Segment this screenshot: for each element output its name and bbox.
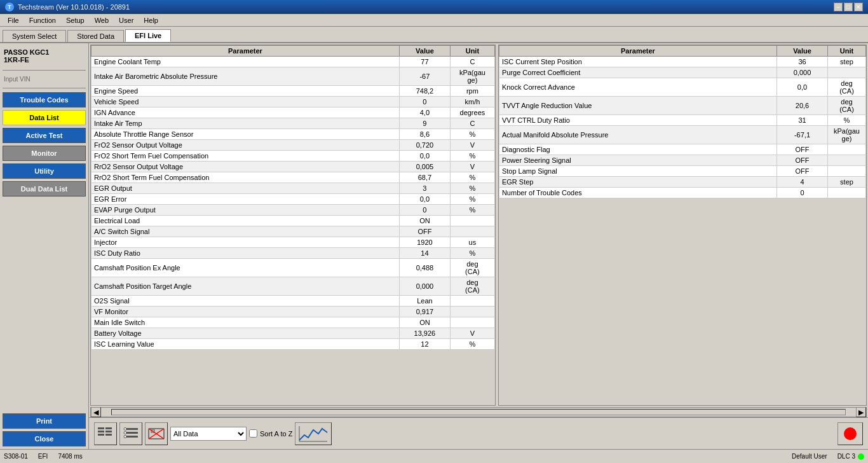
svg-rect-3 [105, 427, 112, 429]
dual-data-list-button[interactable]: Dual Data List [3, 181, 86, 197]
dlc-dot [858, 453, 864, 460]
minimize-button[interactable]: – [834, 3, 843, 11]
left-value-cell: 8,6 [399, 129, 450, 140]
right-header-param: Parameter [499, 46, 776, 57]
left-table-row: Engine Speed748,2rpm [92, 86, 495, 97]
left-unit-cell [450, 226, 494, 237]
left-table-row: FrO2 Short Term Fuel Compensation0,0% [92, 151, 495, 162]
right-param-cell: Number of Trouble Codes [499, 188, 776, 198]
horizontal-scrollbar[interactable]: ◀ ▶ [90, 407, 867, 417]
left-unit-cell: % [450, 172, 494, 183]
right-table-row: Knock Correct Advance0,0deg(CA) [499, 78, 865, 97]
left-value-cell: 77 [399, 57, 450, 67]
left-data-table: Parameter Value Unit Engine Coolant Temp… [91, 45, 495, 350]
active-test-button[interactable]: Active Test [3, 128, 86, 143]
right-value-cell: 36 [777, 57, 828, 67]
left-unit-cell: us [450, 237, 494, 248]
record-button[interactable] [837, 422, 863, 445]
data-list-button[interactable]: Data List [3, 110, 86, 125]
left-table-row: Intake Air Temp9C [92, 118, 495, 129]
maximize-button[interactable]: □ [844, 3, 853, 11]
left-unit-cell: % [450, 339, 494, 350]
utility-button[interactable]: Utility [3, 163, 86, 179]
menu-web[interactable]: Web [90, 15, 114, 25]
scroll-right-btn[interactable]: ▶ [856, 407, 866, 417]
right-table-wrap[interactable]: Parameter Value Unit ISC Current Step Po… [498, 45, 867, 406]
left-table-row: Camshaft Position Ex Angle0,488deg(CA) [92, 259, 495, 277]
tab-system-select[interactable]: System Select [3, 30, 66, 42]
right-unit-cell [828, 67, 866, 78]
right-unit-cell [828, 166, 866, 177]
menu-setup[interactable]: Setup [61, 15, 90, 25]
tab-efi-live[interactable]: EFI Live [125, 29, 171, 42]
right-unit-cell: deg(CA) [828, 97, 866, 115]
left-unit-cell: C [450, 57, 494, 67]
right-table-row: Diagnostic FlagOFF [499, 144, 865, 155]
left-table-row: ISC Duty Ratio14% [92, 248, 495, 259]
menu-function[interactable]: Function [24, 15, 61, 25]
left-unit-cell [450, 317, 494, 328]
right-table-row: Power Steering SignalOFF [499, 155, 865, 166]
left-param-cell: EGR Output [92, 183, 400, 194]
right-unit-cell [828, 188, 866, 198]
right-table-row: EGR Step4step [499, 177, 865, 188]
trouble-codes-button[interactable]: Trouble Codes [3, 92, 86, 107]
right-unit-cell: kPa(gauge) [828, 126, 866, 144]
right-param-cell: Diagnostic Flag [499, 144, 776, 155]
left-unit-cell: kPa(gauge) [450, 67, 494, 86]
right-value-cell: OFF [777, 166, 828, 177]
left-value-cell: ON [399, 216, 450, 226]
svg-point-11 [124, 435, 126, 438]
sidebar: PASSO KGC11KR-FE Input VIN Trouble Codes… [0, 43, 89, 449]
menu-help[interactable]: Help [139, 15, 163, 25]
data-icon-btn-2[interactable] [119, 422, 142, 445]
right-header-value: Value [777, 46, 828, 57]
menu-bar: File Function Setup Web User Help [0, 14, 868, 27]
menu-file[interactable]: File [3, 15, 24, 25]
scroll-left-btn[interactable]: ◀ [91, 407, 101, 417]
left-value-cell: 9 [399, 118, 450, 129]
left-param-cell: O2S Signal [92, 296, 400, 307]
snapshot-btn[interactable] [145, 422, 168, 445]
sort-checkbox[interactable] [249, 429, 257, 438]
left-table-row: EVAP Purge Output0% [92, 205, 495, 216]
left-param-cell: Main Idle Switch [92, 317, 400, 328]
right-param-cell: ISC Current Step Position [499, 57, 776, 67]
left-param-cell: Battery Voltage [92, 328, 400, 339]
left-table-row: Injector1920us [92, 237, 495, 248]
left-value-cell: 0,000 [399, 277, 450, 296]
left-unit-cell: V [450, 328, 494, 339]
tab-stored-data[interactable]: Stored Data [67, 30, 124, 42]
right-header-unit: Unit [828, 46, 866, 57]
close-button[interactable]: ✕ [854, 3, 863, 11]
right-param-cell: Knock Correct Advance [499, 78, 776, 97]
menu-user[interactable]: User [114, 15, 139, 25]
left-unit-cell: % [450, 194, 494, 205]
left-unit-cell: % [450, 151, 494, 162]
left-unit-cell: % [450, 183, 494, 194]
left-param-cell: FrO2 Short Term Fuel Compensation [92, 151, 400, 162]
left-table-wrap[interactable]: Parameter Value Unit Engine Coolant Temp… [90, 45, 496, 406]
right-unit-cell: step [828, 57, 866, 67]
data-dropdown[interactable]: All Data Option 1 Option 2 [170, 427, 247, 441]
left-param-cell: ISC Learning Value [92, 339, 400, 350]
left-unit-cell [450, 296, 494, 307]
status-user: Default User [792, 453, 827, 460]
left-value-cell: 68,7 [399, 172, 450, 183]
right-unit-cell [828, 144, 866, 155]
right-table-row: ISC Current Step Position36step [499, 57, 865, 67]
close-button[interactable]: Close [3, 431, 86, 446]
left-param-cell: Engine Speed [92, 86, 400, 97]
bottom-toolbar: All Data Option 1 Option 2 Sort A to Z [89, 417, 868, 449]
left-value-cell: 14 [399, 248, 450, 259]
scroll-track[interactable] [111, 409, 846, 415]
left-table-row: RrO2 Short Term Fuel Compensation68,7% [92, 172, 495, 183]
left-table-row: Intake Air Barometric Absolute Pressure-… [92, 67, 495, 86]
print-button[interactable]: Print [3, 413, 86, 429]
data-icon-btn-1[interactable] [94, 422, 117, 445]
window-controls: – □ ✕ [834, 3, 863, 11]
monitor-button[interactable]: Monitor [3, 146, 86, 161]
left-value-cell: 0,005 [399, 162, 450, 172]
chart-button[interactable] [295, 422, 332, 445]
record-circle [844, 427, 857, 440]
